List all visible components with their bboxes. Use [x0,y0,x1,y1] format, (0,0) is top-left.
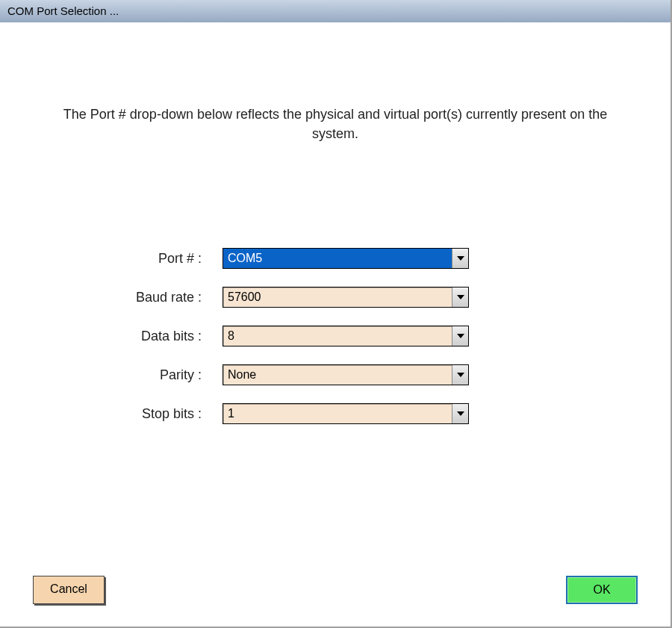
cancel-button[interactable]: Cancel [33,576,105,604]
dropdown-stopbits-value: 1 [223,404,452,423]
chevron-down-icon[interactable] [452,404,468,423]
dropdown-parity-value: None [223,365,452,385]
dropdown-baud[interactable]: 57600 [223,287,469,308]
row-port: Port # : COM5 [0,239,671,278]
row-parity: Parity : None [0,355,671,394]
row-databits: Data bits : 8 [0,317,671,355]
chevron-down-icon[interactable] [452,249,468,268]
dropdown-port[interactable]: COM5 [223,248,469,269]
dropdown-stopbits[interactable]: 1 [223,403,469,424]
form: Port # : COM5 Baud rate : 57600 Data bit… [0,239,671,433]
row-baud: Baud rate : 57600 [0,278,671,317]
dialog-content: The Port # drop-down below reflects the … [0,22,671,627]
chevron-down-icon[interactable] [452,287,468,307]
titlebar: COM Port Selection ... [0,0,671,22]
chevron-down-icon[interactable] [452,365,468,385]
description-text: The Port # drop-down below reflects the … [0,105,671,143]
row-stopbits: Stop bits : 1 [0,394,671,433]
label-databits: Data bits : [0,329,223,344]
dropdown-parity[interactable]: None [223,364,469,385]
dropdown-databits-value: 8 [223,326,452,346]
ok-button[interactable]: OK [566,576,638,604]
label-parity: Parity : [0,367,223,383]
dialog-window: COM Port Selection ... The Port # drop-d… [0,0,672,628]
label-stopbits: Stop bits : [0,406,223,422]
chevron-down-icon[interactable] [452,326,468,346]
dropdown-port-value: COM5 [223,249,452,268]
dropdown-databits[interactable]: 8 [223,326,469,346]
label-port: Port # : [0,251,223,267]
dialog-footer: Cancel OK [0,576,671,604]
window-title: COM Port Selection ... [7,4,119,17]
label-baud: Baud rate : [0,290,223,305]
dropdown-baud-value: 57600 [223,287,452,307]
